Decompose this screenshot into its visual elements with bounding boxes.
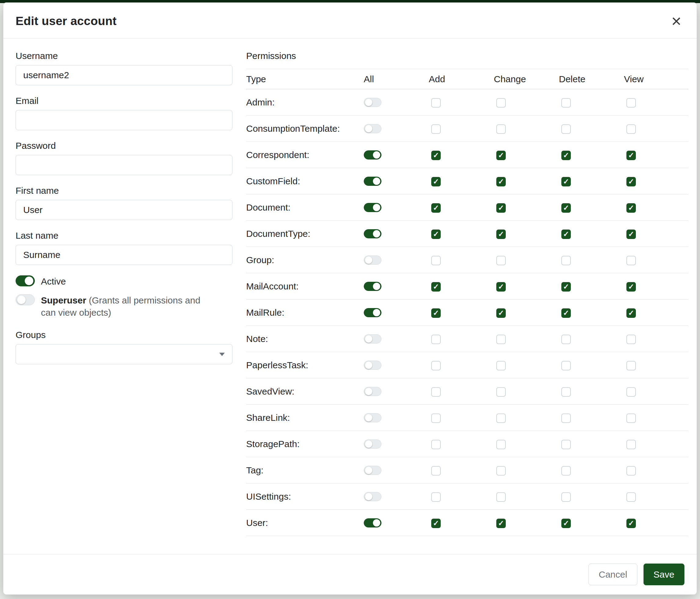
email-group: Email (16, 96, 232, 130)
cancel-button[interactable]: Cancel (589, 564, 637, 585)
view-checkbox[interactable] (626, 203, 636, 213)
add-checkbox[interactable] (431, 203, 441, 213)
delete-checkbox[interactable] (561, 230, 571, 239)
all-toggle[interactable] (364, 282, 381, 291)
change-checkbox[interactable] (496, 124, 506, 134)
last-name-field[interactable] (16, 245, 232, 265)
all-toggle[interactable] (364, 466, 381, 475)
delete-checkbox[interactable] (561, 308, 571, 318)
change-checkbox[interactable] (496, 413, 506, 423)
add-checkbox[interactable] (431, 98, 441, 107)
delete-checkbox[interactable] (561, 413, 571, 423)
view-checkbox[interactable] (626, 361, 636, 370)
change-checkbox[interactable] (496, 308, 506, 318)
delete-checkbox[interactable] (561, 387, 571, 397)
all-toggle[interactable] (364, 308, 381, 317)
all-toggle[interactable] (364, 98, 381, 107)
all-toggle[interactable] (364, 229, 381, 238)
groups-select[interactable] (16, 344, 232, 364)
add-checkbox[interactable] (431, 256, 441, 265)
add-checkbox[interactable] (431, 151, 441, 160)
delete-checkbox[interactable] (561, 440, 571, 449)
email-field[interactable] (16, 110, 232, 130)
all-toggle[interactable] (364, 413, 381, 422)
delete-checkbox[interactable] (561, 282, 571, 291)
superuser-toggle[interactable] (16, 294, 35, 305)
change-checkbox[interactable] (496, 335, 506, 344)
change-checkbox[interactable] (496, 203, 506, 213)
view-checkbox[interactable] (626, 230, 636, 239)
add-checkbox[interactable] (431, 387, 441, 397)
delete-checkbox[interactable] (561, 361, 571, 370)
change-checkbox[interactable] (496, 282, 506, 291)
delete-checkbox[interactable] (561, 177, 571, 186)
all-toggle[interactable] (364, 439, 381, 449)
all-toggle[interactable] (364, 518, 381, 527)
all-toggle[interactable] (364, 334, 381, 343)
delete-checkbox[interactable] (561, 98, 571, 107)
delete-checkbox[interactable] (561, 466, 571, 476)
delete-checkbox[interactable] (561, 151, 571, 160)
view-checkbox[interactable] (626, 308, 636, 318)
delete-checkbox[interactable] (561, 335, 571, 344)
view-checkbox[interactable] (626, 519, 636, 528)
delete-checkbox[interactable] (561, 256, 571, 265)
view-checkbox[interactable] (626, 335, 636, 344)
view-checkbox[interactable] (626, 413, 636, 423)
view-checkbox[interactable] (626, 124, 636, 134)
view-checkbox[interactable] (626, 492, 636, 502)
delete-checkbox[interactable] (561, 203, 571, 213)
view-checkbox[interactable] (626, 256, 636, 265)
password-field[interactable] (16, 155, 232, 175)
change-checkbox[interactable] (496, 151, 506, 160)
add-checkbox[interactable] (431, 519, 441, 528)
delete-checkbox[interactable] (561, 124, 571, 134)
column-header-all: All (364, 69, 429, 89)
all-toggle[interactable] (364, 256, 381, 265)
change-checkbox[interactable] (496, 440, 506, 449)
all-toggle[interactable] (364, 124, 381, 133)
change-checkbox[interactable] (496, 466, 506, 476)
change-checkbox[interactable] (496, 256, 506, 265)
add-checkbox[interactable] (431, 308, 441, 318)
view-checkbox[interactable] (626, 98, 636, 107)
save-button[interactable]: Save (644, 564, 684, 585)
change-checkbox[interactable] (496, 519, 506, 528)
view-checkbox[interactable] (626, 177, 636, 186)
view-checkbox[interactable] (626, 387, 636, 397)
change-checkbox[interactable] (496, 98, 506, 107)
all-toggle[interactable] (364, 492, 381, 501)
view-checkbox[interactable] (626, 151, 636, 160)
add-checkbox[interactable] (431, 440, 441, 449)
all-toggle[interactable] (364, 150, 381, 160)
view-checkbox[interactable] (626, 466, 636, 476)
change-checkbox[interactable] (496, 361, 506, 370)
add-checkbox[interactable] (431, 124, 441, 134)
permissions-row: Document: (246, 194, 689, 221)
add-checkbox[interactable] (431, 282, 441, 291)
all-toggle[interactable] (364, 177, 381, 186)
change-checkbox[interactable] (496, 230, 506, 239)
delete-checkbox[interactable] (561, 519, 571, 528)
delete-checkbox[interactable] (561, 492, 571, 502)
change-checkbox[interactable] (496, 177, 506, 186)
view-checkbox[interactable] (626, 282, 636, 291)
first-name-field[interactable] (16, 200, 232, 220)
all-toggle[interactable] (364, 387, 381, 396)
close-icon[interactable]: × (670, 15, 683, 27)
change-checkbox[interactable] (496, 492, 506, 502)
change-checkbox[interactable] (496, 387, 506, 397)
add-checkbox[interactable] (431, 492, 441, 502)
add-checkbox[interactable] (431, 230, 441, 239)
add-checkbox[interactable] (431, 361, 441, 370)
add-checkbox[interactable] (431, 335, 441, 344)
add-checkbox[interactable] (431, 466, 441, 476)
add-checkbox[interactable] (431, 413, 441, 423)
active-toggle[interactable] (16, 275, 35, 286)
permissions-row: ConsumptionTemplate: (246, 116, 689, 142)
username-input[interactable] (16, 65, 232, 85)
all-toggle[interactable] (364, 203, 381, 212)
view-checkbox[interactable] (626, 440, 636, 449)
add-checkbox[interactable] (431, 177, 441, 186)
all-toggle[interactable] (364, 361, 381, 370)
